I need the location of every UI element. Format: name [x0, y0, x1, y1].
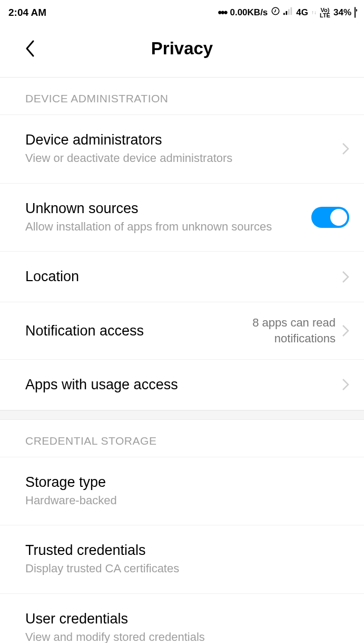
svg-rect-2 — [286, 11, 288, 15]
trusted-credentials-subtitle: Display trusted CA certificates — [25, 561, 349, 577]
user-credentials-subtitle: View and modify stored credentials — [25, 629, 349, 643]
status-bar: 2:04 AM ••• 0.00KB/s 4G ↑↓ Vo) LTE 34% — [0, 0, 364, 23]
more-icon: ••• — [218, 10, 227, 15]
storage-type-title: Storage type — [25, 474, 349, 491]
notification-access-title: Notification access — [25, 323, 220, 339]
page-title: Privacy — [11, 39, 353, 59]
volte-indicator: Vo) LTE — [320, 7, 330, 18]
user-credentials-title: User credentials — [25, 611, 349, 627]
status-time: 2:04 AM — [8, 7, 46, 18]
row-unknown-sources[interactable]: Unknown sources Allow installation of ap… — [0, 184, 364, 252]
svg-rect-1 — [283, 13, 285, 15]
row-location[interactable]: Location — [0, 252, 364, 302]
network-type: 4G — [296, 7, 308, 18]
unknown-sources-toggle[interactable] — [311, 207, 349, 228]
chevron-right-icon — [342, 271, 349, 283]
chevron-right-icon — [342, 378, 349, 391]
device-administrators-subtitle: View or deactivate device administrators — [25, 150, 340, 166]
svg-rect-3 — [288, 9, 290, 15]
battery-percent: 34% — [333, 7, 351, 18]
section-header-device-admin: DEVICE ADMINISTRATION — [0, 78, 364, 115]
updown-icon: ↑↓ — [311, 9, 317, 15]
data-rate: 0.00KB/s — [230, 7, 268, 18]
section-header-credential-storage: CREDENTIAL STORAGE — [0, 420, 364, 457]
trusted-credentials-title: Trusted credentials — [25, 542, 349, 559]
notification-access-value: 8 apps can read notifications — [220, 315, 336, 346]
alarm-icon — [271, 6, 280, 18]
toggle-knob — [330, 209, 347, 226]
chevron-right-icon — [342, 324, 349, 337]
row-user-credentials[interactable]: User credentials View and modify stored … — [0, 594, 364, 643]
location-title: Location — [25, 268, 340, 285]
device-administrators-title: Device administrators — [25, 132, 340, 148]
chevron-left-icon — [25, 39, 36, 58]
row-notification-access[interactable]: Notification access 8 apps can read noti… — [0, 302, 364, 359]
svg-rect-4 — [291, 7, 292, 15]
page-header: Privacy — [0, 23, 364, 78]
battery-icon — [355, 7, 356, 18]
apps-usage-title: Apps with usage access — [25, 377, 340, 393]
storage-type-subtitle: Hardware-backed — [25, 493, 349, 508]
row-trusted-credentials[interactable]: Trusted credentials Display trusted CA c… — [0, 525, 364, 594]
chevron-right-icon — [342, 142, 349, 155]
unknown-sources-title: Unknown sources — [25, 200, 311, 217]
status-indicators: ••• 0.00KB/s 4G ↑↓ Vo) LTE 34% — [218, 6, 356, 18]
row-device-administrators[interactable]: Device administrators View or deactivate… — [0, 115, 364, 184]
row-apps-usage-access[interactable]: Apps with usage access — [0, 360, 364, 410]
row-storage-type[interactable]: Storage type Hardware-backed — [0, 457, 364, 526]
unknown-sources-subtitle: Allow installation of apps from unknown … — [25, 219, 311, 235]
section-divider — [0, 410, 364, 420]
back-button[interactable] — [20, 38, 41, 59]
signal-icon — [283, 7, 293, 18]
